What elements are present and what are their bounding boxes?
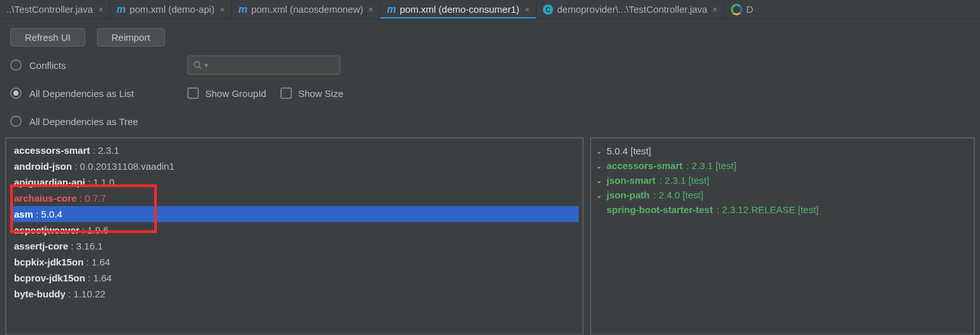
chevron-down-icon: ⌄ (595, 176, 603, 185)
tree-root-label: 5.0.4 [test] (607, 145, 651, 156)
tab-label: demoprovider\...\TestController.java (557, 4, 707, 15)
tree-node-name: accessors-smart (607, 160, 682, 171)
editor-tab-active[interactable]: m pom.xml (demo-consumer1) × (380, 0, 537, 19)
tree-node-meta: : 2.3.1 [test] (659, 175, 709, 186)
dependency-version: : 0.0.20131108.vaadin1 (72, 161, 175, 172)
dependency-list-item[interactable]: archaius-core : 0.7.7 (10, 190, 579, 206)
editor-tab[interactable]: ..\TestController.java × (0, 0, 110, 19)
services-icon (731, 4, 742, 15)
checkbox-show-size-label: Show Size (298, 88, 343, 99)
tree-node-meta: : 2.3.1 [test] (686, 160, 736, 171)
dependency-name: accessors-smart (14, 145, 90, 156)
dependency-list-item[interactable]: android-json : 0.0.20131108.vaadin1 (10, 158, 579, 174)
dependency-list-item[interactable]: apiguardian-api : 1.1.0 (10, 174, 579, 190)
radio-conflicts-label: Conflicts (29, 60, 66, 71)
dependency-version: : 5.0.4 (33, 209, 62, 220)
radio-dependencies-list-label: All Dependencies as List (29, 88, 134, 99)
dependency-name: aspectjweaver (14, 225, 80, 235)
dependency-list-item[interactable]: assertj-core : 3.16.1 (10, 238, 579, 254)
refresh-button[interactable]: Refresh UI (10, 28, 85, 47)
checkbox-show-groupid-label: Show GroupId (205, 88, 266, 99)
editor-tab-bar: ..\TestController.java × m pom.xml (demo… (0, 0, 980, 19)
editor-tab[interactable]: C demoprovider\...\TestController.java × (537, 0, 724, 19)
dependency-version: : 1.64 (85, 272, 112, 283)
dependency-name: assertj-core (14, 241, 68, 251)
checkbox-show-groupid[interactable] (187, 87, 199, 99)
tree-node-meta: : 2.4.0 [test] (654, 190, 703, 200)
tree-node-name: json-path (607, 190, 650, 200)
dependency-version: : 0.7.7 (76, 193, 106, 204)
tree-root[interactable]: ⌄ 5.0.4 [test] (595, 144, 970, 158)
dependency-name: bcprov-jdk15on (14, 272, 85, 283)
dependency-list-item[interactable]: asm : 5.0.4 (10, 206, 579, 222)
tree-node-name: json-smart (607, 175, 656, 186)
maven-icon: m (117, 4, 126, 15)
dependency-toolbar: Refresh UI Reimport Conflicts ▾ All Depe… (0, 19, 980, 137)
tab-label: pom.xml (nacosdemonew) (251, 4, 363, 15)
dependency-list-item[interactable]: bcprov-jdk15on : 1.64 (10, 270, 579, 286)
dependency-split: accessors-smart : 2.3.1android-json : 0.… (0, 137, 980, 335)
dependency-list-item[interactable]: accessors-smart : 2.3.1 (10, 142, 579, 158)
dependency-tree[interactable]: ⌄ 5.0.4 [test] ⌄accessors-smart : 2.3.1 … (591, 138, 974, 222)
radio-dependencies-tree-label: All Dependencies as Tree (29, 116, 138, 127)
close-icon[interactable]: × (220, 4, 225, 15)
tree-node[interactable]: ⌄accessors-smart : 2.3.1 [test] (595, 158, 970, 173)
close-icon[interactable]: × (368, 4, 373, 15)
dependency-version: : 1.1.0 (85, 177, 115, 188)
dependency-tree-pane: ⌄ 5.0.4 [test] ⌄accessors-smart : 2.3.1 … (590, 137, 975, 335)
chevron-down-icon: ⌄ (595, 191, 603, 200)
tree-node[interactable]: ⌄json-path : 2.4.0 [test] (595, 188, 970, 202)
tree-node-name: spring-boot-starter-test (607, 204, 713, 215)
chevron-down-icon: ⌄ (595, 147, 603, 156)
maven-icon: m (238, 4, 247, 15)
dependency-name: archaius-core (14, 193, 76, 204)
tab-label: ..\TestController.java (6, 4, 93, 15)
dependency-name: byte-buddy (14, 288, 66, 299)
tab-label: D (746, 4, 753, 15)
dependency-name: bcpkix-jdk15on (14, 257, 83, 267)
editor-tab[interactable]: D (724, 0, 760, 19)
tree-node[interactable]: ⌄json-smart : 2.3.1 [test] (595, 173, 970, 188)
tab-label: pom.xml (demo-consumer1) (400, 4, 519, 15)
close-icon[interactable]: × (524, 4, 530, 15)
dependency-list-item[interactable]: byte-buddy : 1.10.22 (10, 286, 579, 302)
dependency-version: : 3.16.1 (68, 241, 103, 251)
dependency-list-item[interactable]: aspectjweaver : 1.9.6 (10, 222, 579, 238)
dependency-name: asm (14, 209, 33, 220)
tree-node[interactable]: spring-boot-starter-test : 2.3.12.RELEAS… (595, 202, 970, 217)
tab-label: pom.xml (demo-api) (129, 4, 214, 15)
search-icon (193, 61, 202, 70)
svg-line-1 (199, 67, 202, 70)
radio-conflicts[interactable] (10, 59, 22, 71)
dependency-version: : 1.64 (83, 257, 110, 267)
checkbox-show-size[interactable] (280, 87, 292, 99)
dependency-version: : 1.10.22 (66, 288, 106, 299)
close-icon[interactable]: × (98, 4, 103, 15)
reimport-button[interactable]: Reimport (97, 28, 165, 47)
editor-tab[interactable]: m pom.xml (nacosdemonew) × (232, 0, 380, 19)
radio-dependencies-list[interactable] (10, 87, 22, 99)
dependency-name: android-json (14, 161, 72, 172)
dependency-version: : 1.9.6 (80, 225, 109, 235)
class-icon: C (543, 4, 553, 15)
dependency-list-pane: accessors-smart : 2.3.1android-json : 0.… (5, 137, 584, 335)
editor-tab[interactable]: m pom.xml (demo-api) × (110, 0, 232, 19)
dependency-name: apiguardian-api (14, 177, 85, 188)
chevron-down-icon: ⌄ (595, 161, 603, 170)
chevron-down-icon: ▾ (205, 61, 208, 70)
dependency-list-item[interactable]: bcpkix-jdk15on : 1.64 (10, 254, 579, 270)
search-input[interactable]: ▾ (187, 56, 340, 75)
close-icon[interactable]: × (712, 4, 717, 15)
dependency-version: : 2.3.1 (90, 145, 119, 156)
maven-icon: m (387, 4, 396, 15)
tree-node-meta: : 2.3.12.RELEASE [test] (717, 204, 819, 215)
radio-dependencies-tree[interactable] (10, 115, 22, 127)
svg-point-0 (194, 62, 200, 68)
